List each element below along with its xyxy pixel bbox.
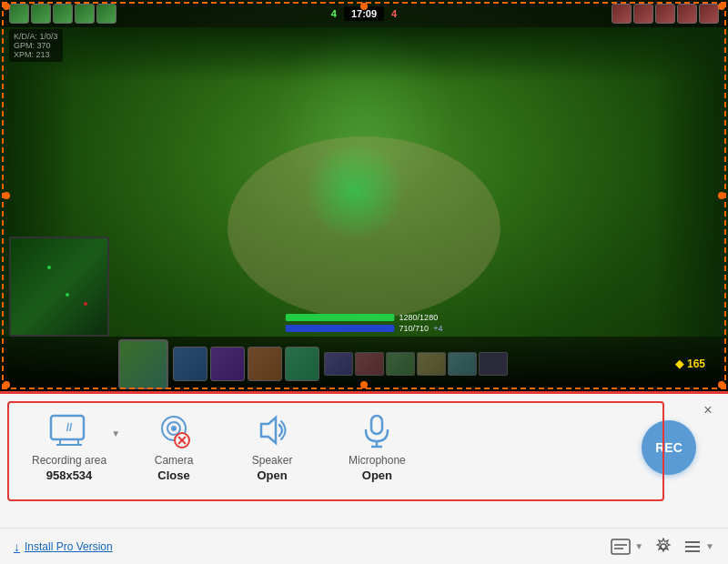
camera-label: Camera — [155, 454, 194, 467]
dire-hero-icon-1 — [612, 4, 632, 24]
item-4 — [417, 352, 446, 376]
speaker-control[interactable]: Speaker Open — [223, 412, 321, 482]
bottom-bar: ↓ Install Pro Version ▼ — [0, 528, 728, 564]
dire-score: 4 — [391, 8, 397, 19]
item-3 — [386, 352, 415, 376]
menu-button[interactable] — [683, 539, 702, 555]
item-5 — [448, 352, 477, 376]
subtitles-button[interactable] — [611, 539, 631, 555]
game-hud-top: 4 17:09 4 — [0, 0, 728, 27]
mana-bar — [286, 325, 395, 332]
install-pro-label: Install Pro Version — [25, 540, 113, 553]
menu-dropdown-button[interactable]: ▼ — [705, 541, 714, 551]
ability-4 — [285, 347, 319, 381]
svg-rect-12 — [371, 416, 382, 434]
microphone-icon — [355, 412, 399, 448]
item-bar — [324, 352, 508, 376]
svg-point-7 — [171, 426, 177, 431]
hp-fill — [286, 314, 395, 321]
game-hud-bottom: ◆ 165 — [0, 337, 728, 391]
gold-icon: ◆ — [675, 358, 683, 370]
camera-icon — [152, 412, 196, 448]
radiant-heroes — [9, 4, 116, 24]
ability-3 — [248, 347, 282, 381]
svg-marker-11 — [261, 418, 276, 443]
hero-portrait — [118, 339, 168, 389]
recording-area-control[interactable]: // Recording area 958x534 ▼ — [18, 412, 125, 482]
recording-area-dropdown-arrow: ▼ — [111, 428, 120, 438]
hp-bar — [286, 314, 395, 321]
dire-hero-icon-5 — [699, 4, 719, 24]
ability-bar — [173, 347, 319, 381]
close-button[interactable]: × — [699, 401, 717, 419]
mana-fill — [286, 325, 395, 332]
hp-text: 1280/1280 — [399, 313, 439, 322]
stat-xpm: XPM: 213 — [14, 50, 58, 59]
rec-label: REC — [655, 440, 682, 455]
hero-icon-1 — [9, 4, 29, 24]
hero-icon-2 — [31, 4, 51, 24]
download-icon: ↓ — [14, 539, 20, 554]
camera-status: Close — [157, 468, 189, 482]
hero-icon-5 — [96, 4, 116, 24]
speaker-label: Speaker — [252, 454, 293, 467]
mana-text: 710/710 — [399, 324, 430, 333]
hero-icon-3 — [53, 4, 73, 24]
svg-rect-15 — [612, 539, 630, 554]
stat-kda: K/D/A: 1/0/3 — [14, 32, 58, 41]
minimap-dot-1 — [47, 266, 51, 269]
ability-1 — [173, 347, 207, 381]
svg-text://: // — [66, 421, 73, 434]
minimap-dot-3 — [84, 302, 87, 306]
recording-area-label: Recording area — [32, 454, 106, 467]
microphone-control[interactable]: Microphone Open — [321, 412, 433, 482]
hero-icon-4 — [75, 4, 95, 24]
rec-button[interactable]: REC — [642, 420, 696, 475]
install-pro-link[interactable]: ↓ Install Pro Version — [14, 539, 113, 554]
settings-button[interactable] — [654, 538, 672, 556]
close-icon: × — [703, 402, 712, 418]
minimap — [9, 237, 109, 337]
camera-control[interactable]: Camera Close — [125, 412, 223, 482]
recording-area-status: 958x534 — [46, 468, 93, 482]
dire-hero-icon-2 — [633, 4, 653, 24]
minimap-dot-2 — [66, 293, 69, 297]
game-area: 4 17:09 4 K/D/A: 1/0/3 GPM: 370 XPM: 213 — [0, 0, 728, 391]
stat-gpm: GPM: 370 — [14, 41, 58, 50]
mana-regen: +4 — [433, 324, 442, 333]
controls-row: // Recording area 958x534 ▼ Camera Close — [0, 394, 728, 482]
speaker-icon — [250, 412, 294, 448]
gold-amount: 165 — [687, 358, 705, 370]
game-timer: 17:09 — [344, 6, 384, 21]
item-6 — [479, 352, 508, 376]
dire-hero-icon-4 — [677, 4, 697, 24]
character-glow — [300, 146, 410, 237]
dire-hero-icon-3 — [655, 4, 675, 24]
radiant-score: 4 — [331, 8, 337, 19]
item-2 — [355, 352, 384, 376]
microphone-status: Open — [362, 468, 392, 482]
hud-stats: K/D/A: 1/0/3 GPM: 370 XPM: 213 — [9, 29, 63, 62]
control-panel: × // Recording area 958x534 ▼ — [0, 391, 728, 564]
hp-area: 1280/1280 710/710 +4 — [286, 313, 443, 335]
microphone-label: Microphone — [349, 454, 406, 467]
recording-area-icon: // — [47, 412, 91, 448]
ability-2 — [210, 347, 245, 381]
dire-heroes — [612, 4, 719, 24]
bottom-right-icons: ▼ ▼ — [611, 538, 714, 556]
item-1 — [324, 352, 353, 376]
speaker-status: Open — [257, 468, 287, 482]
game-background: 4 17:09 4 K/D/A: 1/0/3 GPM: 370 XPM: 213 — [0, 0, 728, 391]
subtitles-dropdown-button[interactable]: ▼ — [634, 541, 643, 551]
